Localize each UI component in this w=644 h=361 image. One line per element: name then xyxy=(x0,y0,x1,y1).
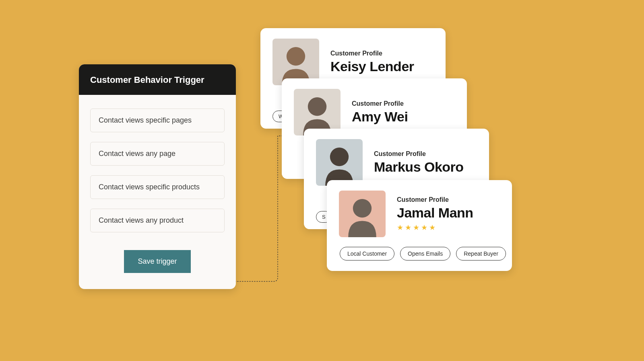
profile-name: Jamal Mann xyxy=(397,205,500,221)
profile-label: Customer Profile xyxy=(330,50,433,57)
tag-row: Local Customer Opens Emails Repeat Buyer xyxy=(339,247,500,260)
profile-card-front: Customer Profile Jamal Mann ★★★★★ Local … xyxy=(327,180,512,271)
trigger-panel: Customer Behavior Trigger Contact views … xyxy=(79,64,236,289)
tag-pill[interactable]: Opens Emails xyxy=(400,247,450,260)
tag-pill[interactable]: Repeat Buyer xyxy=(456,247,506,260)
svg-point-5 xyxy=(330,148,349,166)
tag-pill[interactable]: Local Customer xyxy=(340,247,394,260)
avatar xyxy=(339,191,386,237)
profile-name: Markus Okoro xyxy=(374,159,477,175)
profile-label: Customer Profile xyxy=(352,100,455,107)
trigger-option[interactable]: Contact views specific products xyxy=(90,175,225,199)
avatar xyxy=(316,139,363,186)
svg-point-3 xyxy=(308,97,326,116)
svg-point-7 xyxy=(353,199,372,217)
profile-name: Keisy Lender xyxy=(330,59,433,74)
trigger-option[interactable]: Contact views any product xyxy=(90,209,225,232)
svg-point-1 xyxy=(287,47,305,66)
profile-label: Customer Profile xyxy=(397,196,500,203)
trigger-panel-body: Contact views specific pages Contact vie… xyxy=(79,95,236,289)
trigger-option[interactable]: Contact views specific pages xyxy=(90,109,225,132)
star-rating: ★★★★★ xyxy=(397,223,500,232)
profile-label: Customer Profile xyxy=(374,150,477,158)
trigger-option[interactable]: Contact views any page xyxy=(90,142,225,166)
profile-name: Amy Wei xyxy=(352,109,455,125)
trigger-panel-title: Customer Behavior Trigger xyxy=(79,64,236,95)
save-trigger-button[interactable]: Save trigger xyxy=(124,250,190,273)
